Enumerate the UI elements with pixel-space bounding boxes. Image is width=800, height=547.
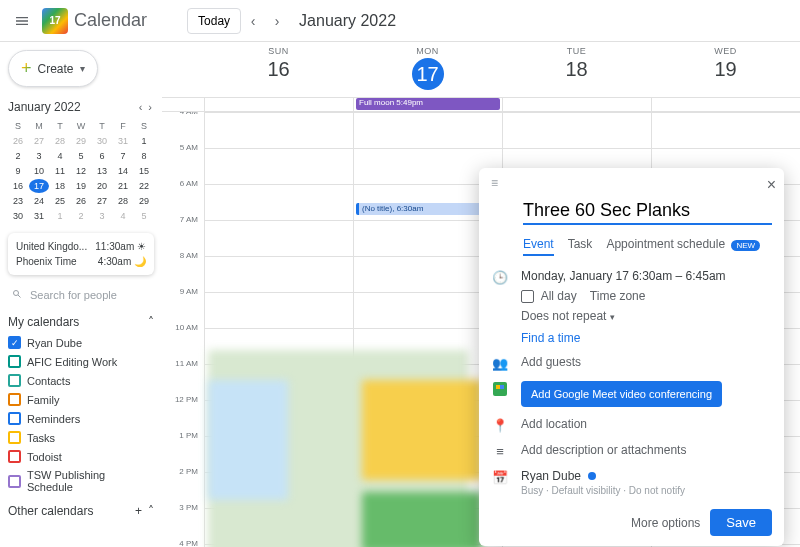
prev-week-button[interactable]: ‹ [241,9,265,33]
add-description-input[interactable]: Add description or attachments [521,443,772,457]
calendar-item[interactable]: Tasks [8,428,154,447]
add-location-input[interactable]: Add location [521,417,772,431]
mini-day-cell[interactable]: 3 [29,149,49,163]
mini-day-cell[interactable]: 30 [8,209,28,223]
allday-cell[interactable] [204,98,353,111]
calendar-checkbox[interactable] [8,475,21,488]
allday-cell[interactable] [651,98,800,111]
mini-day-cell[interactable]: 29 [71,134,91,148]
calendar-item[interactable]: Family [8,390,154,409]
day-column-header[interactable]: SUN16 [204,42,353,97]
tab-event[interactable]: Event [523,237,554,256]
time-cell[interactable] [204,292,353,328]
calendar-item[interactable]: Reminders [8,409,154,428]
mini-day-cell[interactable]: 4 [113,209,133,223]
time-cell[interactable] [204,112,353,148]
mini-day-cell[interactable]: 15 [134,164,154,178]
timezone-link[interactable]: Time zone [590,289,646,303]
mini-day-cell[interactable]: 11 [50,164,70,178]
time-cell[interactable] [204,220,353,256]
time-cell[interactable] [353,112,502,148]
mini-day-cell[interactable]: 31 [113,134,133,148]
time-cell[interactable] [204,184,353,220]
other-calendars-toggle[interactable]: Other calendars + ˄ [8,500,154,522]
allday-cell[interactable] [502,98,651,111]
mini-day-cell[interactable]: 2 [8,149,28,163]
day-column-header[interactable]: WED19 [651,42,800,97]
mini-day-cell[interactable]: 2 [71,209,91,223]
mini-day-cell[interactable]: 25 [50,194,70,208]
time-cell[interactable] [502,112,651,148]
mini-day-cell[interactable]: 28 [113,194,133,208]
add-guests-input[interactable]: Add guests [521,355,772,369]
mini-day-cell[interactable]: 9 [8,164,28,178]
event-title-input[interactable] [523,198,772,225]
mini-day-cell[interactable]: 30 [92,134,112,148]
calendar-checkbox[interactable] [8,336,21,349]
create-button[interactable]: + Create ▾ [8,50,98,87]
mini-calendar[interactable]: SMTWTFS262728293031123456789101112131415… [8,119,154,223]
mini-day-cell[interactable]: 27 [29,134,49,148]
mini-day-cell[interactable]: 26 [8,134,28,148]
drag-handle-icon[interactable]: ≡ [491,176,498,194]
mini-day-cell[interactable]: 1 [50,209,70,223]
time-cell[interactable] [204,256,353,292]
time-cell[interactable] [204,148,353,184]
calendar-checkbox[interactable] [8,374,21,387]
mini-day-cell[interactable]: 14 [113,164,133,178]
mini-next-button[interactable]: › [146,99,154,115]
mini-day-cell[interactable]: 26 [71,194,91,208]
mini-day-cell[interactable]: 4 [50,149,70,163]
calendar-checkbox[interactable] [8,355,21,368]
search-people-input[interactable]: Search for people [8,285,154,311]
day-column-header[interactable]: TUE18 [502,42,651,97]
mini-day-cell[interactable]: 5 [134,209,154,223]
day-column-header[interactable]: MON17 [353,42,502,97]
mini-day-cell[interactable]: 6 [92,149,112,163]
save-button[interactable]: Save [710,509,772,536]
more-options-button[interactable]: More options [631,516,700,530]
calendar-item[interactable]: Todoist [8,447,154,466]
mini-day-cell[interactable]: 16 [8,179,28,193]
mini-day-cell[interactable]: 19 [71,179,91,193]
mini-day-cell[interactable]: 13 [92,164,112,178]
add-meet-button[interactable]: Add Google Meet video conferencing [521,381,722,407]
time-cell[interactable] [651,112,800,148]
calendar-item[interactable]: Contacts [8,371,154,390]
calendar-checkbox[interactable] [8,412,21,425]
calendar-checkbox[interactable] [8,431,21,444]
mini-day-cell[interactable]: 28 [50,134,70,148]
mini-day-cell[interactable]: 23 [8,194,28,208]
calendar-checkbox[interactable] [8,450,21,463]
close-icon[interactable]: × [767,176,776,194]
allday-checkbox[interactable] [521,290,534,303]
repeat-select[interactable]: Does not repeat [521,309,606,323]
mini-prev-button[interactable]: ‹ [137,99,145,115]
calendar-item[interactable]: Ryan Dube [8,333,154,352]
next-week-button[interactable]: › [265,9,289,33]
calendar-item[interactable]: TSW Publishing Schedule [8,466,154,496]
calendar-item[interactable]: AFIC Editing Work [8,352,154,371]
tab-task[interactable]: Task [568,237,593,256]
mini-day-cell[interactable]: 12 [71,164,91,178]
mini-day-cell[interactable]: 1 [134,134,154,148]
mini-day-cell[interactable]: 5 [71,149,91,163]
mini-day-cell[interactable]: 17 [29,179,49,193]
mini-day-cell[interactable]: 31 [29,209,49,223]
mini-day-cell[interactable]: 27 [92,194,112,208]
calendar-checkbox[interactable] [8,393,21,406]
my-calendars-toggle[interactable]: My calendars ˄ [8,311,154,333]
mini-day-cell[interactable]: 18 [50,179,70,193]
mini-day-cell[interactable]: 10 [29,164,49,178]
allday-cell[interactable]: Full moon 5:49pm [353,98,502,111]
allday-event[interactable]: Full moon 5:49pm [356,98,500,110]
event-time-line[interactable]: Monday, January 17 6:30am – 6:45am [521,269,772,283]
tab-appointment[interactable]: Appointment schedule NEW [606,237,760,256]
today-button[interactable]: Today [187,8,241,34]
mini-day-cell[interactable]: 3 [92,209,112,223]
mini-day-cell[interactable]: 8 [134,149,154,163]
mini-day-cell[interactable]: 24 [29,194,49,208]
mini-day-cell[interactable]: 7 [113,149,133,163]
mini-day-cell[interactable]: 20 [92,179,112,193]
add-calendar-icon[interactable]: + [135,504,142,518]
